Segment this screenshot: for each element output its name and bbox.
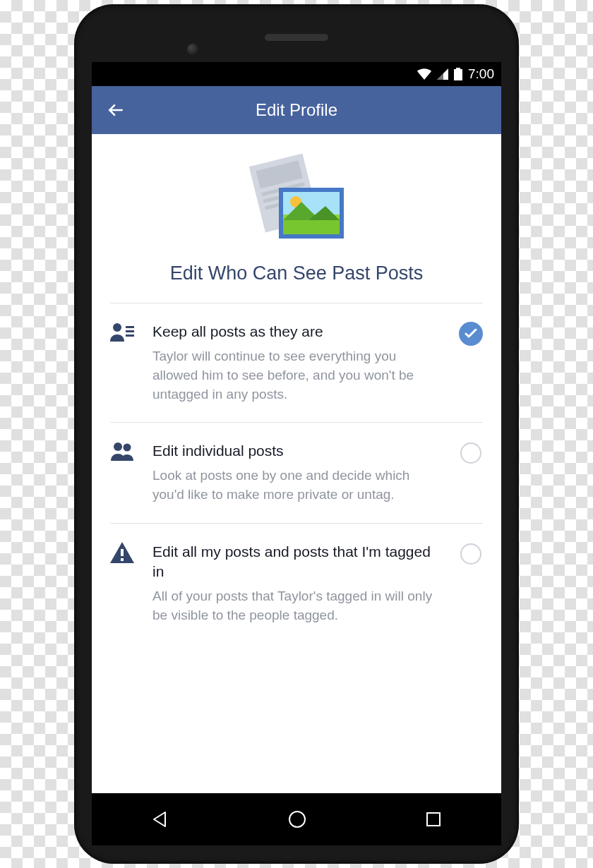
option-edit-all[interactable]: Edit all my posts and posts that I'm tag… (92, 524, 501, 644)
option-title: Edit all my posts and posts that I'm tag… (152, 542, 443, 582)
option-radio[interactable] (459, 322, 483, 346)
option-description: Look at posts one by one and decide whic… (152, 466, 443, 504)
earpiece-speaker (265, 34, 328, 41)
appbar-title: Edit Profile (92, 100, 501, 120)
svg-rect-19 (121, 558, 124, 561)
svg-rect-0 (456, 68, 460, 69)
svg-rect-1 (454, 69, 462, 80)
back-button[interactable] (104, 98, 128, 122)
wifi-icon (417, 68, 431, 80)
content-area: Edit Who Can See Past Posts Keep all pos… (92, 134, 501, 644)
status-time: 7:00 (468, 66, 494, 82)
radio-checked-icon (459, 322, 483, 346)
svg-point-17 (124, 444, 131, 452)
option-description: Taylor will continue to see everything y… (152, 347, 443, 404)
page-title: Edit Who Can See Past Posts (170, 263, 424, 284)
option-title: Keep all posts as they are (152, 322, 443, 342)
option-body: Edit individual posts Look at posts one … (152, 441, 443, 505)
option-radio[interactable] (459, 542, 483, 566)
nav-recent-button[interactable] (425, 811, 442, 828)
radio-unchecked-icon (460, 543, 481, 565)
app-bar: Edit Profile (92, 86, 501, 134)
status-bar: 7:00 (92, 62, 501, 86)
svg-point-20 (289, 812, 305, 827)
phone-frame: 7:00 Edit Profile (74, 4, 519, 864)
svg-rect-11 (283, 220, 340, 234)
people-icon (110, 441, 137, 505)
option-radio[interactable] (459, 441, 483, 465)
hero-section: Edit Who Can See Past Posts (92, 134, 501, 303)
photos-illustration-icon (244, 154, 349, 253)
svg-rect-15 (126, 334, 134, 337)
nav-home-button[interactable] (287, 809, 307, 829)
option-body: Edit all my posts and posts that I'm tag… (152, 542, 443, 625)
svg-rect-18 (121, 549, 124, 556)
front-camera (187, 44, 198, 55)
option-edit-individual[interactable]: Edit individual posts Look at posts one … (92, 423, 501, 523)
option-keep-all[interactable]: Keep all posts as they are Taylor will c… (92, 303, 501, 422)
person-list-icon (110, 322, 137, 404)
option-title: Edit individual posts (152, 441, 443, 461)
option-description: All of your posts that Taylor's tagged i… (152, 587, 443, 625)
warning-icon (110, 542, 137, 625)
svg-rect-21 (427, 813, 440, 826)
nav-back-button[interactable] (151, 810, 169, 828)
screen: 7:00 Edit Profile (92, 62, 501, 793)
svg-point-16 (114, 442, 122, 451)
arrow-left-icon (107, 101, 126, 119)
battery-icon (454, 68, 462, 80)
svg-rect-13 (126, 326, 134, 328)
svg-point-12 (113, 323, 121, 332)
svg-rect-14 (126, 330, 134, 332)
cellular-icon (437, 68, 448, 80)
radio-unchecked-icon (460, 442, 481, 464)
android-nav-bar (92, 793, 501, 845)
option-body: Keep all posts as they are Taylor will c… (152, 322, 443, 404)
